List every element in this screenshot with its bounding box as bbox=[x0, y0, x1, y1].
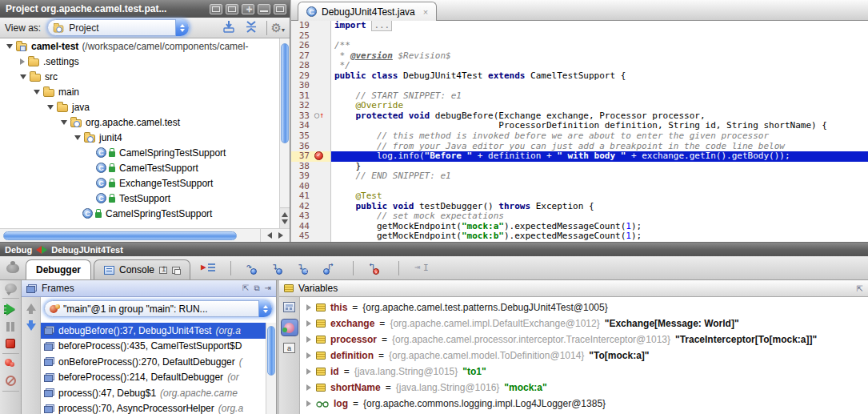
package-icon bbox=[70, 119, 82, 127]
stack-frame-row[interactable]: process():47, Debug$1 (org.apache.came bbox=[41, 385, 276, 401]
code-line-27[interactable]: 27 * @version $Revision$ bbox=[291, 51, 868, 62]
tree-item-exchangetestsupport[interactable]: CExchangeTestSupport bbox=[0, 175, 279, 191]
variable-value: "TraceInterceptor[To[mock:a]]" bbox=[675, 334, 817, 345]
tree-item--settings[interactable]: .settings bbox=[0, 54, 279, 69]
scrollbar-thumb[interactable] bbox=[3, 231, 237, 240]
variable-row-id[interactable]: id = {java.lang.String@1015}"to1" bbox=[300, 364, 868, 380]
line-number: 30 bbox=[291, 81, 312, 91]
settings-gear-icon[interactable]: ⚙▾ bbox=[271, 21, 285, 35]
tree-item-camel-test[interactable]: camel-test (/workspace/camel/components/… bbox=[0, 38, 279, 54]
code-line-39[interactable]: 39 // END SNIPPET: e1 bbox=[291, 171, 868, 182]
tree-horizontal-scrollbar[interactable] bbox=[0, 228, 290, 242]
stack-frame-row[interactable]: debugBefore():37, DebugJUnit4Test (org.a bbox=[41, 323, 276, 339]
expanded-arrow-icon[interactable] bbox=[47, 105, 54, 110]
scrollbar-thumb[interactable] bbox=[281, 43, 289, 143]
variable-row-this[interactable]: this = {org.apache.camel.test.patterns.D… bbox=[300, 299, 868, 316]
stack-frame-row[interactable]: onBeforeProcess():270, DefaultDebugger ( bbox=[41, 354, 276, 370]
expand-arrow-icon[interactable] bbox=[306, 304, 311, 311]
stop-button[interactable] bbox=[6, 339, 15, 348]
previous-frame-button[interactable] bbox=[26, 303, 36, 311]
expand-arrow-icon[interactable] bbox=[306, 384, 311, 391]
stack-frame-row[interactable]: beforeProcess():214, DefaultDebugger (or bbox=[41, 370, 276, 386]
resume-button[interactable] bbox=[6, 303, 15, 315]
float-panel-icon[interactable]: ⧉ bbox=[254, 283, 259, 293]
tree-item-camelspringtestsupport[interactable]: CCamelSpringTestSupport bbox=[0, 206, 279, 221]
tree-item-junit4[interactable]: junit4 bbox=[0, 130, 279, 145]
debug-toolbar: Debugger Console ▶ ↷ ↴ ↴ ↱ ↰ ⇥I bbox=[0, 256, 868, 280]
pause-button[interactable] bbox=[6, 322, 14, 332]
restore-layout-icon[interactable]: ⇱ bbox=[242, 283, 249, 293]
collapsed-arrow-icon[interactable] bbox=[20, 58, 25, 65]
minimize-icon[interactable] bbox=[258, 4, 270, 14]
code-line-45[interactable]: 45 getMockEndpoint("mock:b").expectedMes… bbox=[291, 231, 868, 242]
float-window-icon[interactable] bbox=[210, 4, 222, 14]
variable-row-processor[interactable]: processor = {org.apache.camel.processor.… bbox=[300, 332, 868, 348]
autoscroll-to-source-icon[interactable] bbox=[222, 21, 235, 35]
expand-arrow-icon[interactable] bbox=[306, 336, 311, 343]
variable-row-shortName[interactable]: shortName = {java.lang.String@1016}"mock… bbox=[300, 380, 868, 396]
step-out-button[interactable]: ↱ bbox=[323, 262, 338, 275]
restore-layout-icon[interactable]: ⇱ bbox=[857, 284, 863, 293]
tab-console[interactable]: Console bbox=[94, 259, 190, 279]
expand-arrow-icon[interactable] bbox=[306, 320, 311, 327]
mute-breakpoints-button[interactable] bbox=[6, 376, 16, 386]
view-breakpoints-button[interactable] bbox=[5, 359, 16, 368]
tree-item-testsupport[interactable]: CTestSupport bbox=[0, 191, 279, 206]
override-method-icon[interactable]: ○↑ bbox=[314, 111, 324, 121]
hide-panel-icon[interactable] bbox=[274, 4, 286, 14]
run-to-cursor-button[interactable]: ⇥I bbox=[414, 262, 429, 275]
drop-frame-button[interactable]: ↰ bbox=[369, 262, 383, 275]
dock-panel-icon[interactable]: ⇥ bbox=[265, 283, 271, 293]
code-line-25[interactable]: 25 bbox=[291, 31, 868, 42]
tree-vertical-scrollbar[interactable] bbox=[279, 38, 290, 228]
expanded-arrow-icon[interactable] bbox=[61, 120, 67, 125]
scrollbar-thumb[interactable] bbox=[267, 326, 275, 376]
tree-item-camelspringtestsupport[interactable]: CCamelSpringTestSupport bbox=[0, 145, 279, 160]
editor-tab[interactable]: C DebugJUnit4Test.java × bbox=[298, 2, 437, 21]
stack-frame-icon bbox=[44, 388, 54, 397]
step-over-button[interactable]: ↷ bbox=[246, 262, 261, 275]
show-execution-point-button[interactable]: ▶ bbox=[201, 262, 215, 275]
watch-mode-button[interactable] bbox=[281, 319, 298, 336]
frames-vertical-scrollbar[interactable] bbox=[266, 323, 276, 414]
evaluate-expression-icon[interactable] bbox=[283, 302, 295, 312]
stack-frame-row[interactable]: beforeProcess():435, CamelTestSupport$D bbox=[41, 339, 276, 355]
expand-arrow-icon[interactable] bbox=[306, 400, 311, 407]
debug-body: Frames ⇱ ⧉ ⇥ "main"@1 in group "main": R… bbox=[0, 280, 868, 414]
gutter: 27 bbox=[291, 51, 331, 62]
tree-item-java[interactable]: java bbox=[0, 99, 279, 115]
expanded-arrow-icon[interactable] bbox=[20, 74, 26, 79]
expand-arrow-icon[interactable] bbox=[306, 352, 311, 359]
next-frame-button[interactable] bbox=[26, 324, 36, 331]
step-into-button[interactable]: ↴ bbox=[272, 262, 286, 275]
expanded-arrow-icon[interactable] bbox=[74, 135, 81, 140]
expanded-arrow-icon[interactable] bbox=[6, 44, 13, 49]
balloon-icon[interactable] bbox=[5, 283, 17, 293]
tree-item-org-apache-camel-test[interactable]: org.apache.camel.test bbox=[0, 115, 279, 130]
breakpoint-icon[interactable]: ✓ bbox=[314, 151, 323, 160]
tree-item-src[interactable]: src bbox=[0, 69, 279, 84]
variable-row-definition[interactable]: definition = {org.apache.camel.model.ToD… bbox=[300, 348, 868, 364]
tab-debugger[interactable]: Debugger bbox=[26, 259, 91, 279]
expand-arrow-icon[interactable] bbox=[306, 368, 311, 375]
variable-row-exchange[interactable]: exchange = {org.apache.camel.impl.Defaul… bbox=[300, 316, 868, 332]
close-tab-icon[interactable]: × bbox=[423, 7, 428, 17]
variable-row-log[interactable]: log = {org.apache.commons.logging.impl.L… bbox=[300, 396, 868, 412]
thread-selector-dropdown[interactable]: "main"@1 in group "main": RUN... bbox=[44, 300, 273, 317]
code-area[interactable]: 19import ...2526/**27 * @version $Revisi… bbox=[291, 21, 868, 242]
tree-item-main[interactable]: main bbox=[0, 84, 279, 99]
force-step-into-button[interactable]: ↴ bbox=[298, 262, 312, 275]
dock-window-icon[interactable] bbox=[226, 4, 238, 14]
view-as-dropdown[interactable]: Project bbox=[47, 19, 190, 36]
stack-frame-row[interactable]: process():70, AsyncProcessorHelper (org.… bbox=[41, 401, 276, 414]
code-line-19[interactable]: 19import ... bbox=[291, 21, 868, 31]
expanded-arrow-icon[interactable] bbox=[34, 90, 40, 94]
scroll-to-end-icon[interactable] bbox=[159, 267, 167, 274]
code-line-29[interactable]: 29public class DebugJUnit4Test extends C… bbox=[291, 71, 868, 82]
sort-alphabetically-icon[interactable]: a bbox=[283, 343, 295, 353]
code-line-37[interactable]: 37✓ log.info("Before " + definition + " … bbox=[291, 151, 868, 162]
collapse-all-icon[interactable] bbox=[245, 21, 258, 35]
open-in-new-window-icon[interactable] bbox=[172, 267, 180, 274]
tree-item-cameltestsupport[interactable]: CCamelTestSupport bbox=[0, 160, 279, 175]
pin-icon[interactable] bbox=[242, 4, 254, 14]
